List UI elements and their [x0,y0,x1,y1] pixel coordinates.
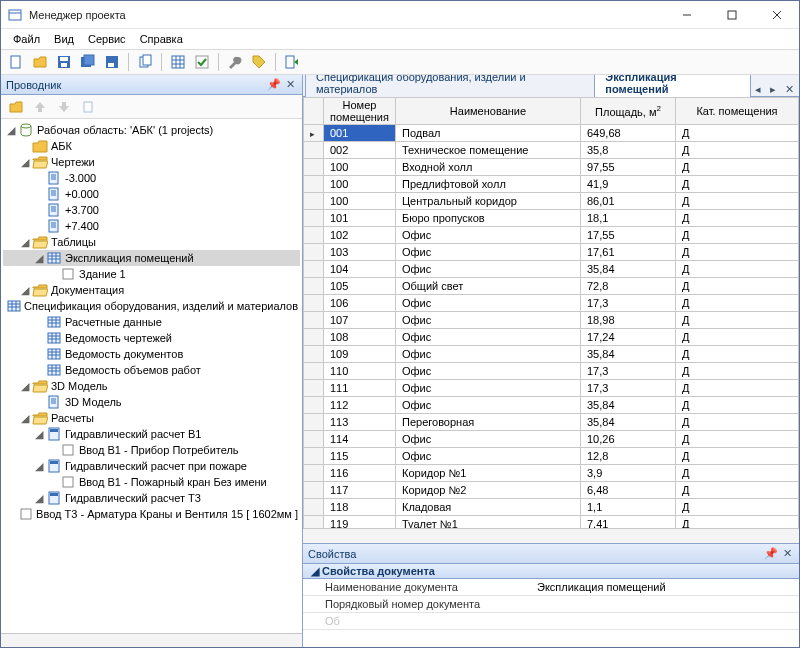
cell-area[interactable]: 1,1 [580,499,675,516]
menu-service[interactable]: Сервис [82,32,132,46]
horizontal-scrollbar[interactable] [303,528,799,543]
table-row[interactable]: 108 Офис 17,24 Д [304,329,799,346]
table-row[interactable]: 100 Центральный коридор 86,01 Д [304,193,799,210]
table-row[interactable]: 103 Офис 17,61 Д [304,244,799,261]
expand-icon[interactable]: ◢ [19,157,30,168]
row-header[interactable] [304,329,324,346]
expand-icon[interactable] [33,221,44,232]
cell-category[interactable]: Д [675,142,798,159]
cell-category[interactable]: Д [675,125,798,142]
cell-name[interactable]: Коридор №2 [395,482,580,499]
expand-icon[interactable]: ◢ [19,285,30,296]
tree-workspace[interactable]: ◢ Рабочая область: 'АБК' (1 projects) [3,122,300,138]
row-header[interactable] [304,227,324,244]
cell-category[interactable]: Д [675,414,798,431]
table-row[interactable]: 119 Туалет №1 7,41 Д [304,516,799,529]
tree-3dmodel-group[interactable]: ◢ 3D Модель [3,378,300,394]
table-row[interactable]: 114 Офис 10,26 Д [304,431,799,448]
cell-category[interactable]: Д [675,448,798,465]
table-row[interactable]: 001 Подвал 649,68 Д [304,125,799,142]
cell-area[interactable]: 86,01 [580,193,675,210]
cell-category[interactable]: Д [675,312,798,329]
tree-doc[interactable]: Ведомость чертежей [3,330,300,346]
cell-area[interactable]: 35,84 [580,346,675,363]
tree-tables[interactable]: ◢ Таблицы [3,234,300,250]
row-header[interactable] [304,380,324,397]
table-row[interactable]: 002 Техническое помещение 35,8 Д [304,142,799,159]
cell-area[interactable]: 18,98 [580,312,675,329]
cell-name[interactable]: Переговорная [395,414,580,431]
cell-area[interactable]: 35,84 [580,414,675,431]
cell-name[interactable]: Туалет №1 [395,516,580,529]
cell-category[interactable]: Д [675,346,798,363]
explorer-tree[interactable]: ◢ Рабочая область: 'АБК' (1 projects) АБ… [1,119,302,633]
tb-export-icon[interactable] [281,51,303,73]
cell-category[interactable]: Д [675,227,798,244]
tb-wrench-icon[interactable] [224,51,246,73]
cell-number[interactable]: 108 [324,329,396,346]
col-category[interactable]: Кат. помещения [675,98,798,125]
cell-number[interactable]: 100 [324,159,396,176]
cell-name[interactable]: Офис [395,397,580,414]
table-row[interactable]: 107 Офис 18,98 Д [304,312,799,329]
tb-check-icon[interactable] [191,51,213,73]
menu-file[interactable]: Файл [7,32,46,46]
menu-view[interactable]: Вид [48,32,80,46]
expand-icon[interactable] [33,189,44,200]
cell-area[interactable]: 18,1 [580,210,675,227]
expand-icon[interactable]: ◢ [19,413,30,424]
properties-category[interactable]: ◢Свойства документа [303,564,799,579]
row-header[interactable] [304,312,324,329]
row-header[interactable] [304,414,324,431]
cell-name[interactable]: Офис [395,346,580,363]
cell-name[interactable]: Офис [395,380,580,397]
row-header[interactable] [304,346,324,363]
table-row[interactable]: 106 Офис 17,3 Д [304,295,799,312]
cell-category[interactable]: Д [675,159,798,176]
cell-number[interactable]: 112 [324,397,396,414]
row-header[interactable] [304,159,324,176]
row-header[interactable] [304,499,324,516]
cell-category[interactable]: Д [675,431,798,448]
page-icon[interactable] [77,96,99,118]
maximize-button[interactable] [709,1,754,29]
tree-calc-item[interactable]: Ввод В1 - Прибор Потребитель [3,442,300,458]
cell-category[interactable]: Д [675,261,798,278]
pin-icon[interactable]: 📌 [267,78,281,92]
row-header[interactable] [304,482,324,499]
cell-category[interactable]: Д [675,363,798,380]
row-header[interactable] [304,448,324,465]
cell-category[interactable]: Д [675,499,798,516]
row-header[interactable] [304,142,324,159]
cell-name[interactable]: Кладовая [395,499,580,516]
cell-name[interactable]: Бюро пропусков [395,210,580,227]
tree-explication[interactable]: ◢ Экспликация помещений [3,250,300,266]
cell-category[interactable]: Д [675,193,798,210]
expand-icon[interactable]: ◢ [33,461,44,472]
cell-number[interactable]: 001 [324,125,396,142]
cell-area[interactable]: 10,26 [580,431,675,448]
tree-calc-item[interactable]: Ввод Т3 - Арматура Краны и Вентиля 15 [ … [3,506,300,522]
cell-number[interactable]: 100 [324,176,396,193]
cell-area[interactable]: 17,3 [580,363,675,380]
tree-documentation[interactable]: ◢ Документация [3,282,300,298]
col-area[interactable]: Площадь, м2 [580,98,675,125]
cell-name[interactable]: Офис [395,329,580,346]
tb-tag-icon[interactable] [248,51,270,73]
row-header[interactable] [304,397,324,414]
cell-number[interactable]: 104 [324,261,396,278]
up-icon[interactable] [29,96,51,118]
cell-area[interactable]: 72,8 [580,278,675,295]
cell-number[interactable]: 100 [324,193,396,210]
add-folder-icon[interactable] [5,96,27,118]
cell-name[interactable]: Центральный коридор [395,193,580,210]
tab-specification[interactable]: Спецификация оборудования, изделий и мат… [305,75,595,97]
menu-help[interactable]: Справка [134,32,189,46]
expand-icon[interactable]: ◢ [19,381,30,392]
cell-category[interactable]: Д [675,482,798,499]
property-row[interactable]: Порядковый номер документа [303,596,799,613]
expand-icon[interactable] [15,509,18,520]
cell-category[interactable]: Д [675,380,798,397]
table-row[interactable]: 100 Входной холл 97,55 Д [304,159,799,176]
tb-saveall-icon[interactable] [77,51,99,73]
